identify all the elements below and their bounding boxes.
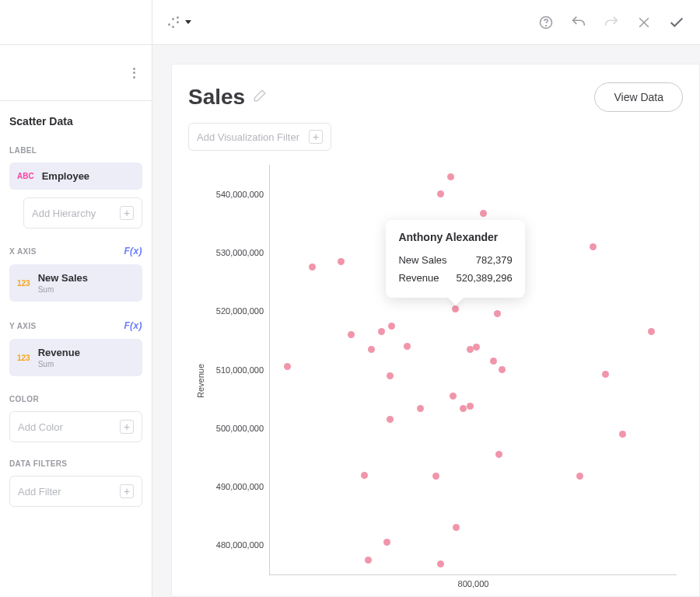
tooltip-value: 520,389,296 — [457, 272, 513, 284]
section-label-heading: LABEL — [9, 146, 142, 155]
scatter-point[interactable] — [602, 371, 609, 378]
scatter-point[interactable] — [383, 539, 390, 546]
yaxis-pill-text: Revenue — [38, 347, 80, 358]
scatter-point[interactable] — [388, 323, 395, 330]
add-color-button[interactable]: Add Color + — [9, 411, 142, 442]
scatter-point[interactable] — [365, 557, 372, 564]
scatter-point[interactable] — [590, 243, 597, 250]
more-menu-icon[interactable] — [127, 66, 141, 80]
scatter-point[interactable] — [387, 372, 394, 379]
scatter-point[interactable] — [648, 328, 655, 335]
edit-title-icon[interactable] — [253, 89, 267, 106]
y-tick-label: 500,000,000 — [216, 424, 264, 433]
chart-type-scatter-icon[interactable] — [166, 16, 180, 30]
sidebar-title: Scatter Data — [9, 115, 142, 127]
add-color-text: Add Color — [18, 421, 63, 433]
scatter-point[interactable] — [490, 358, 497, 365]
confirm-icon[interactable] — [667, 13, 686, 32]
add-filter-text: Add Filter — [18, 486, 61, 498]
x-tick-label: 800,000 — [458, 579, 489, 588]
toolbar — [152, 0, 700, 45]
plus-icon: + — [120, 420, 134, 434]
scatter-point[interactable] — [338, 258, 345, 265]
yaxis-pill-agg: Sum — [38, 360, 80, 368]
chart-card: Sales View Data Add Visualization Filter… — [171, 64, 700, 597]
view-data-button[interactable]: View Data — [594, 82, 683, 112]
section-filters-heading: DATA FILTERS — [9, 459, 142, 468]
numeric-icon: 123 — [17, 279, 30, 288]
chart-title: Sales — [188, 85, 245, 110]
scatter-point[interactable] — [452, 305, 459, 312]
xaxis-pill-agg: Sum — [38, 285, 88, 294]
add-filter-button[interactable]: Add Filter + — [9, 476, 142, 507]
xaxis-heading-text: X AXIS — [9, 247, 37, 256]
section-label-text: LABEL — [9, 146, 37, 155]
numeric-icon: 123 — [17, 354, 30, 362]
undo-icon[interactable] — [569, 13, 588, 32]
main-area: Sales View Data Add Visualization Filter… — [152, 0, 700, 597]
add-visualization-filter-button[interactable]: Add Visualization Filter + — [188, 123, 331, 151]
tooltip-name: Anthony Alexander — [398, 231, 512, 243]
y-tick-label: 540,000,000 — [216, 190, 264, 199]
y-tick-label: 520,000,000 — [216, 306, 264, 316]
scatter-point[interactable] — [473, 344, 480, 351]
color-heading-text: COLOR — [9, 395, 39, 403]
yaxis-pill-revenue[interactable]: 123 Revenue Sum — [9, 339, 142, 376]
abc-icon: ABC — [17, 172, 34, 180]
scatter-plot[interactable]: 480,000,000490,000,000500,000,000510,000… — [269, 165, 677, 575]
scatter-point[interactable] — [284, 363, 291, 370]
tooltip-key: New Sales — [398, 254, 446, 266]
scatter-point[interactable] — [309, 264, 316, 271]
y-tick-label: 480,000,000 — [216, 540, 264, 550]
scatter-point[interactable] — [495, 451, 502, 458]
tooltip-value: 782,379 — [476, 254, 513, 266]
scatter-point[interactable] — [447, 173, 454, 180]
scatter-point[interactable] — [460, 405, 467, 412]
add-hierarchy-text: Add Hierarchy — [32, 208, 96, 219]
fx-icon[interactable]: F(x) — [124, 246, 142, 257]
xaxis-pill-text: New Sales — [38, 272, 88, 284]
scatter-point[interactable] — [619, 431, 626, 438]
svg-point-1 — [546, 25, 547, 26]
scatter-point[interactable] — [437, 560, 444, 567]
y-tick-label: 510,000,000 — [216, 365, 264, 375]
plus-icon: + — [120, 206, 134, 220]
close-icon[interactable] — [635, 13, 653, 32]
add-hierarchy-button[interactable]: Add Hierarchy + — [23, 197, 142, 229]
scatter-point[interactable] — [480, 210, 487, 217]
y-tick-label: 490,000,000 — [216, 482, 264, 491]
xaxis-pill-new-sales[interactable]: 123 New Sales Sum — [9, 264, 142, 302]
scatter-point[interactable] — [494, 310, 501, 317]
sidebar-menu-row — [0, 45, 152, 101]
scatter-point[interactable] — [450, 393, 457, 400]
scatter-point[interactable] — [361, 472, 368, 479]
scatter-point[interactable] — [348, 331, 355, 338]
sidebar-top-spacer — [0, 0, 152, 45]
scatter-point[interactable] — [368, 346, 375, 353]
plus-icon: + — [120, 484, 134, 498]
help-icon[interactable] — [537, 13, 555, 32]
scatter-point[interactable] — [437, 190, 444, 197]
scatter-point[interactable] — [387, 416, 394, 423]
scatter-point[interactable] — [432, 473, 439, 480]
sidebar: Scatter Data LABEL ABC Employee Add Hier… — [0, 0, 152, 597]
vis-filter-text: Add Visualization Filter — [197, 131, 299, 143]
filters-heading-text: DATA FILTERS — [9, 459, 67, 468]
plus-icon: + — [309, 130, 323, 144]
section-xaxis-heading: X AXIS F(x) — [9, 246, 142, 257]
scatter-point[interactable] — [417, 405, 424, 412]
scatter-point[interactable] — [467, 403, 474, 410]
chevron-down-icon[interactable] — [185, 20, 191, 24]
scatter-point[interactable] — [499, 366, 506, 373]
chart-area: Revenue 480,000,000490,000,000500,000,00… — [188, 165, 700, 597]
redo-icon[interactable] — [602, 13, 621, 32]
fx-icon[interactable]: F(x) — [124, 320, 142, 331]
label-pill-employee[interactable]: ABC Employee — [9, 162, 142, 190]
y-tick-label: 530,000,000 — [216, 248, 264, 257]
scatter-point[interactable] — [576, 473, 583, 480]
scatter-point[interactable] — [404, 343, 411, 350]
scatter-point[interactable] — [453, 524, 460, 531]
y-axis-title: Revenue — [196, 364, 205, 398]
yaxis-heading-text: Y AXIS — [9, 322, 37, 330]
scatter-point[interactable] — [378, 328, 385, 335]
